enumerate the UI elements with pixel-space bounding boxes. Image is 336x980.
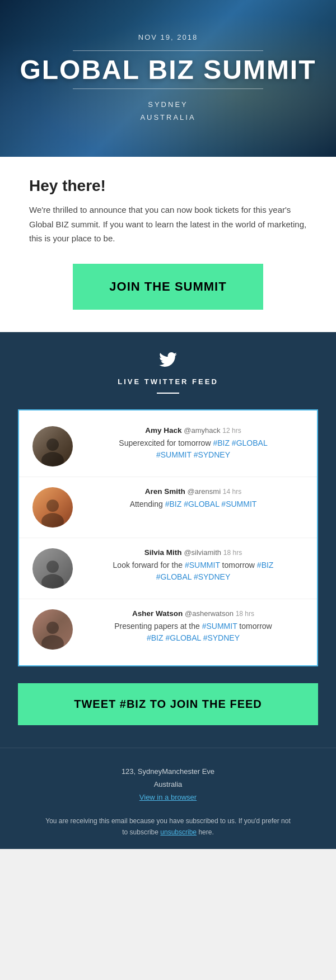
tweet-text: Superexcited for tomorrow #BIZ #GLOBAL #… — [83, 437, 304, 461]
twitter-section: LIVE TWITTER FEED Amy Hack @amyhack 12 h… — [0, 332, 336, 683]
tweet-cta-section: TWEET #BIZ TO JOIN THE FEED — [0, 683, 336, 748]
twitter-feed-label: LIVE TWITTER FEED — [0, 377, 336, 386]
avatar — [32, 487, 73, 528]
tweet-content: Aren Smith @arensmi 14 hrs Attending #BI… — [83, 487, 304, 510]
tweet-meta: Asher Watson @asherwatson 18 hrs — [83, 609, 304, 618]
tweet-item: Amy Hack @amyhack 12 hrs Superexcited fo… — [19, 416, 317, 477]
tweet-meta: Silvia Mith @silviamith 18 hrs — [83, 548, 304, 557]
tweet-content: Amy Hack @amyhack 12 hrs Superexcited fo… — [83, 426, 304, 461]
footer: 123, SydneyManchester Eve Australia View… — [0, 748, 336, 850]
tweet-time: 14 hrs — [223, 488, 241, 496]
tweet-item: Asher Watson @asherwatson 18 hrs Present… — [19, 599, 317, 660]
tweet-name: Silvia Mith — [144, 548, 182, 557]
svg-point-2 — [46, 500, 59, 512]
join-summit-button[interactable]: JOIN THE SUMMIT — [73, 264, 263, 310]
tweet-username: @amyhack — [184, 426, 220, 435]
content-heading: Hey there! — [29, 177, 307, 195]
tweet-content: Silvia Mith @silviamith 18 hrs Look forw… — [83, 548, 304, 583]
tweet-meta: Amy Hack @amyhack 12 hrs — [83, 426, 304, 435]
hero-date: NOV 19, 2018 — [138, 33, 198, 41]
tweet-username: @arensmi — [188, 487, 221, 496]
svg-point-5 — [41, 574, 64, 589]
content-section: Hey there! We're thrilled to announce th… — [0, 157, 336, 332]
tweet-time: 18 hrs — [236, 610, 254, 618]
tweet-name: Asher Watson — [132, 609, 183, 618]
tweet-text: Presenting papers at the #SUMMIT tomorro… — [83, 620, 304, 644]
tweet-time: 18 hrs — [223, 549, 242, 557]
tweet-item: Silvia Mith @silviamith 18 hrs Look forw… — [19, 538, 317, 599]
tweet-cta-button[interactable]: TWEET #BIZ TO JOIN THE FEED — [18, 683, 318, 725]
hero-top-line — [73, 50, 263, 51]
tweet-name: Amy Hack — [145, 426, 181, 435]
svg-point-3 — [41, 513, 64, 528]
footer-address: 123, SydneyManchester Eve Australia View… — [11, 765, 325, 804]
tweet-item: Aren Smith @arensmi 14 hrs Attending #BI… — [19, 477, 317, 538]
avatar — [32, 609, 73, 650]
footer-disclaimer: You are receiving this email because you… — [45, 815, 291, 838]
unsubscribe-link[interactable]: unsubscribe — [160, 828, 197, 836]
twitter-divider — [157, 393, 179, 394]
svg-point-1 — [41, 452, 64, 466]
tweet-meta: Aren Smith @arensmi 14 hrs — [83, 487, 304, 496]
avatar — [32, 426, 73, 466]
hero-section: NOV 19, 2018 GLOBAL BIZ SUMMIT SYDNEY AU… — [0, 0, 336, 157]
twitter-icon — [0, 352, 336, 372]
hero-title: GLOBAL BIZ SUMMIT — [20, 54, 316, 85]
tweet-text: Attending #BIZ #GLOBAL #SUMMIT — [83, 498, 304, 510]
svg-point-7 — [41, 635, 64, 650]
tweet-time: 12 hrs — [222, 427, 241, 435]
hero-bottom-line — [73, 88, 263, 89]
avatar — [32, 548, 73, 589]
twitter-feed-box: Amy Hack @amyhack 12 hrs Superexcited fo… — [18, 409, 318, 666]
tweet-content: Asher Watson @asherwatson 18 hrs Present… — [83, 609, 304, 644]
browser-link[interactable]: View in a browser — [139, 793, 197, 801]
svg-point-6 — [46, 622, 59, 634]
content-body: We're thrilled to announce that you can … — [29, 203, 307, 246]
tweet-text: Look forward for the #SUMMIT tomorrow #B… — [83, 559, 304, 583]
svg-point-4 — [46, 561, 59, 573]
tweet-username: @asherwatson — [185, 609, 234, 618]
tweet-username: @silviamith — [184, 548, 221, 557]
svg-point-0 — [46, 438, 59, 451]
tweet-name: Aren Smith — [145, 487, 185, 496]
hero-location: SYDNEY AUSTRALIA — [140, 98, 195, 124]
